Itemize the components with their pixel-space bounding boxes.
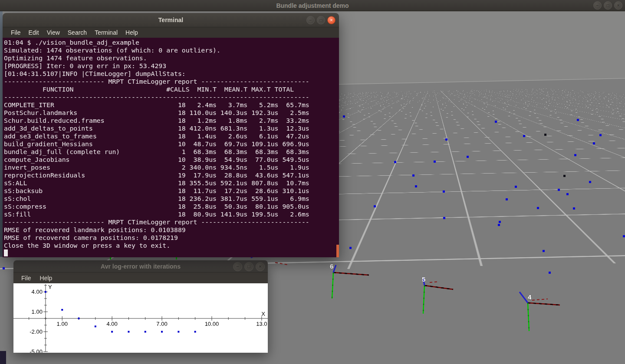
- terminal-menubar: File Edit View Search Terminal Help: [3, 27, 339, 38]
- landmark-point: [343, 115, 345, 118]
- x-tick-label: 7.00: [156, 321, 167, 327]
- data-point: [78, 318, 80, 319]
- y-tick-label: -2.00: [30, 328, 43, 335]
- landmark-point: [589, 181, 591, 183]
- data-point: [145, 331, 146, 333]
- x-tick-label: 10.00: [205, 321, 219, 327]
- landmark-point-dark: [563, 175, 566, 177]
- landmark-point: [498, 224, 500, 226]
- minimize-button[interactable]: −: [306, 16, 315, 24]
- y-tick-label: 1.00: [32, 308, 43, 315]
- plot-menubar: File Help: [13, 272, 268, 283]
- landmark-point: [499, 221, 501, 223]
- landmark-point-dark: [544, 134, 546, 136]
- menu-help[interactable]: Help: [122, 29, 142, 36]
- terminal-cursor: [4, 249, 8, 256]
- menu-file[interactable]: File: [17, 275, 36, 282]
- landmark-point: [543, 250, 545, 252]
- menu-help[interactable]: Help: [36, 275, 57, 282]
- scatter-chart: 1.004.007.0010.0013.04.001.00-2.00-5.00Y…: [13, 283, 268, 353]
- plot-controls: − □ ×: [233, 262, 265, 271]
- landmark-point: [467, 156, 469, 158]
- landmark-point: [566, 193, 569, 195]
- landmark-point: [374, 205, 376, 207]
- landmark-point: [506, 198, 508, 200]
- landmark-point: [515, 186, 517, 188]
- x-tick-label: 13.0: [256, 321, 267, 327]
- plot-canvas[interactable]: 1.004.007.0010.0013.04.001.00-2.00-5.00Y…: [13, 283, 268, 353]
- minimize-button[interactable]: −: [233, 262, 242, 271]
- landmark-point: [577, 119, 579, 121]
- maximize-button[interactable]: □: [317, 16, 325, 24]
- terminal-output[interactable]: 01:04 $ ./vision_bundle_adj_example Simu…: [3, 38, 339, 257]
- x-tick-label: 1.00: [57, 321, 68, 327]
- landmark-point: [415, 185, 417, 187]
- x-tick-label: 4.00: [106, 321, 117, 327]
- data-point: [178, 331, 179, 333]
- landmark-point: [574, 154, 576, 156]
- main-window-titlebar[interactable]: Bundle adjustment demo − □ ×: [0, 0, 625, 11]
- landmark-point: [434, 161, 436, 163]
- camera-label: 5: [422, 275, 425, 283]
- landmark-point: [443, 217, 445, 219]
- landmark-point: [3, 267, 5, 269]
- minimize-button[interactable]: −: [593, 1, 602, 10]
- data-point: [161, 331, 163, 333]
- landmark-point: [558, 189, 560, 191]
- plot-window: Avr log-error with iterations − □ × File…: [13, 260, 268, 352]
- landmark-point: [523, 135, 525, 137]
- terminal-title: Terminal: [158, 16, 183, 23]
- landmark-point: [495, 121, 497, 123]
- landmark-point: [537, 207, 539, 209]
- close-button[interactable]: ×: [614, 1, 622, 10]
- menu-terminal[interactable]: Terminal: [91, 29, 122, 36]
- landmark-point: [412, 174, 414, 177]
- landmark-point: [593, 142, 595, 144]
- terminal-window: Terminal − □ × File Edit View Search Ter…: [3, 13, 339, 257]
- y-axis-label: Y: [48, 284, 52, 290]
- desktop-corner-patch: [0, 351, 6, 364]
- data-point: [194, 331, 196, 333]
- data-point: [128, 331, 129, 333]
- landmark-point: [549, 272, 551, 274]
- menu-edit[interactable]: Edit: [25, 29, 43, 36]
- x-axis-label: X: [261, 311, 265, 317]
- landmark-point: [443, 190, 445, 193]
- main-window-controls: − □ ×: [593, 1, 622, 10]
- landmark-point: [394, 161, 396, 163]
- y-tick-label: 4.00: [32, 289, 43, 295]
- camera-frame-5: 5: [405, 266, 474, 322]
- terminal-titlebar[interactable]: Terminal − □ ×: [3, 13, 339, 27]
- data-point: [61, 309, 63, 311]
- terminal-controls: − □ ×: [306, 16, 336, 24]
- terminal-text: 01:04 $ ./vision_bundle_adj_example Simu…: [3, 38, 339, 249]
- terminal-scrollbar[interactable]: [336, 245, 339, 257]
- maximize-button[interactable]: □: [244, 262, 253, 271]
- landmark-point: [573, 207, 575, 210]
- camera-frame-4: 4: [508, 283, 578, 340]
- data-point: [45, 291, 46, 293]
- plot-titlebar[interactable]: Avr log-error with iterations − □ ×: [13, 260, 268, 272]
- plot-title: Avr log-error with iterations: [101, 263, 181, 270]
- y-tick-label: -5.00: [30, 348, 43, 353]
- main-window-title: Bundle adjustment demo: [276, 2, 349, 9]
- data-point: [95, 325, 96, 327]
- menu-search[interactable]: Search: [64, 29, 91, 36]
- maximize-button[interactable]: □: [604, 1, 612, 10]
- desktop: 4567 Bundle adjustment demo − □ × Termin…: [0, 0, 625, 364]
- landmark-point: [623, 235, 625, 237]
- camera-frame-6: 6: [314, 253, 383, 309]
- landmark-point: [599, 134, 602, 136]
- close-button[interactable]: ×: [327, 16, 336, 24]
- camera-label: 6: [330, 262, 333, 270]
- landmark-point: [445, 138, 447, 141]
- menu-file[interactable]: File: [7, 29, 25, 36]
- close-button[interactable]: ×: [256, 262, 265, 271]
- landmark-point: [349, 247, 352, 249]
- camera-label: 4: [528, 293, 532, 301]
- menu-view[interactable]: View: [43, 29, 64, 36]
- data-point: [111, 331, 113, 333]
